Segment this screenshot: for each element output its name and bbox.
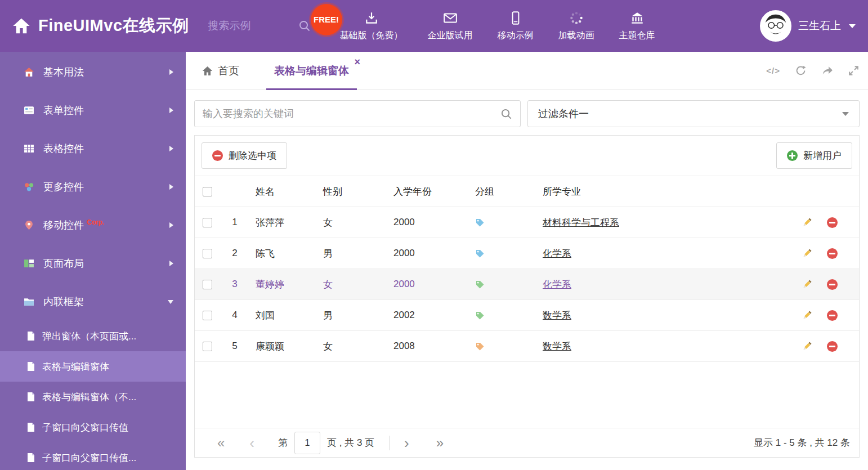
tab-bar: 首页 表格与编辑窗体 × </> — [186, 52, 868, 90]
file-icon — [27, 332, 35, 341]
app-brand[interactable]: FineUIMvc在线示例 — [12, 15, 189, 37]
cell-gender: 女 — [312, 340, 382, 353]
bank-icon — [630, 11, 645, 25]
sidebar: 基本用法 表单控件 表格控件 更多 — [0, 52, 186, 470]
first-page-icon[interactable]: « — [217, 436, 225, 450]
row-index: 5 — [221, 341, 244, 352]
prev-page-icon[interactable]: ‹ — [249, 436, 254, 450]
nav-theme-repo[interactable]: 主题仓库 — [619, 11, 655, 42]
filter-dropdown[interactable]: 过滤条件一 — [527, 100, 860, 127]
delete-selected-button[interactable]: 删除选中项 — [202, 142, 287, 169]
username: 三生石上 — [798, 19, 841, 33]
sidebar-subitem-child-to-parent-2[interactable]: 子窗口向父窗口传值... — [0, 442, 186, 470]
chevron-right-icon — [169, 184, 173, 190]
major-link[interactable]: 化学系 — [543, 279, 571, 290]
cell-name: 陈飞 — [244, 247, 312, 260]
refresh-icon[interactable] — [795, 65, 807, 77]
pagination-bar: « ‹ 第 页 , 共 3 页 › » 显示 1 - 5 条 , 共 12 条 — [195, 428, 859, 457]
major-link[interactable]: 数学系 — [543, 310, 571, 321]
delete-icon[interactable] — [827, 341, 838, 352]
row-index: 2 — [221, 248, 244, 259]
house-icon — [24, 67, 35, 77]
table-row[interactable]: 2 陈飞 男 2000 化学系 — [195, 238, 859, 269]
top-header: FineUIMvc在线示例 FREE! 基础版（免费） 企业版试用 — [0, 0, 868, 52]
source-code-icon[interactable]: </> — [766, 66, 780, 75]
table-row[interactable]: 1 张萍萍 女 2000 材料科学与工程系 — [195, 207, 859, 238]
keyword-search-input[interactable] — [203, 108, 500, 120]
edit-icon[interactable] — [802, 310, 812, 321]
sidebar-item-form-controls[interactable]: 表单控件 — [0, 91, 186, 129]
sidebar-subitem-child-to-parent[interactable]: 子窗口向父窗口传值 — [0, 412, 186, 442]
delete-icon[interactable] — [827, 217, 838, 228]
corp-badge: Corp. — [87, 218, 104, 226]
sidebar-item-page-layout[interactable]: 页面布局 — [0, 244, 186, 283]
tag-icon — [475, 342, 485, 351]
major-link[interactable]: 数学系 — [543, 341, 571, 352]
sidebar-subitem-grid-edit-window[interactable]: 表格与编辑窗体 — [0, 351, 186, 382]
column-header-year[interactable]: 入学年份 — [382, 185, 464, 198]
cell-name: 张萍萍 — [244, 216, 312, 229]
cell-name: 刘国 — [244, 309, 312, 322]
next-page-icon[interactable]: › — [404, 436, 409, 450]
major-link[interactable]: 化学系 — [543, 248, 571, 259]
filter-row: 过滤条件一 — [194, 100, 860, 127]
user-menu[interactable]: 三生石上 — [760, 10, 856, 42]
tab-home[interactable]: 首页 — [194, 52, 247, 89]
delete-icon[interactable] — [827, 310, 838, 321]
tab-grid-edit-window[interactable]: 表格与编辑窗体 × — [266, 52, 357, 89]
select-all-checkbox[interactable] — [203, 187, 212, 196]
cell-year: 2002 — [382, 310, 464, 321]
cell-gender: 女 — [312, 278, 382, 291]
share-icon[interactable] — [821, 65, 833, 77]
last-page-icon[interactable]: » — [436, 436, 444, 450]
tag-icon — [475, 218, 485, 227]
sidebar-item-more-controls[interactable]: 更多控件 — [0, 168, 186, 206]
sidebar-subitem-grid-edit-window-no[interactable]: 表格与编辑窗体（不... — [0, 382, 186, 412]
edit-icon[interactable] — [802, 341, 812, 352]
add-user-button[interactable]: 新增用户 — [776, 142, 852, 169]
edit-icon[interactable] — [802, 248, 812, 259]
row-checkbox[interactable] — [203, 249, 212, 258]
nav-enterprise-trial[interactable]: 企业版试用 — [428, 11, 473, 42]
widgets-icon — [24, 182, 35, 192]
cell-gender: 女 — [312, 216, 382, 229]
major-link[interactable]: 材料科学与工程系 — [543, 217, 619, 228]
sidebar-item-inline-frame[interactable]: 内联框架 — [0, 283, 186, 321]
table-row[interactable]: 4 刘国 男 2002 数学系 — [195, 300, 859, 331]
chevron-down-icon — [168, 300, 173, 304]
sidebar-item-mobile-controls[interactable]: 移动控件 Corp. — [0, 206, 186, 244]
download-icon — [364, 11, 379, 25]
search-icon[interactable] — [500, 108, 512, 120]
row-checkbox[interactable] — [203, 280, 212, 289]
edit-icon[interactable] — [802, 217, 812, 228]
sidebar-item-grid-controls[interactable]: 表格控件 — [0, 129, 186, 168]
nav-basic-edition[interactable]: FREE! 基础版（免费） — [340, 11, 403, 42]
row-checkbox[interactable] — [203, 311, 212, 320]
column-header-group[interactable]: 分组 — [464, 185, 531, 198]
divider — [389, 436, 390, 450]
page-number-input[interactable] — [294, 432, 320, 454]
delete-icon[interactable] — [827, 248, 838, 259]
row-checkbox[interactable] — [203, 342, 212, 351]
column-header-name[interactable]: 姓名 — [244, 185, 312, 198]
search-icon[interactable] — [298, 20, 311, 32]
expand-icon[interactable] — [848, 65, 860, 77]
column-header-major[interactable]: 所学专业 — [531, 185, 775, 198]
top-search-input[interactable] — [208, 20, 293, 32]
column-header-gender[interactable]: 性别 — [312, 185, 382, 198]
sidebar-subitem-popup-window[interactable]: 弹出窗体（本页面或... — [0, 321, 186, 351]
delete-icon[interactable] — [827, 279, 838, 290]
sidebar-item-basic-usage[interactable]: 基本用法 — [0, 53, 186, 91]
main-content: 首页 表格与编辑窗体 × </> — [186, 52, 868, 470]
table-row-selected[interactable]: 3 董婷婷 女 2000 化学系 — [195, 269, 859, 300]
chevron-right-icon — [169, 69, 173, 75]
edit-icon[interactable] — [802, 279, 812, 290]
tab-close-icon[interactable]: × — [354, 57, 360, 67]
avatar — [760, 10, 791, 42]
row-checkbox[interactable] — [203, 218, 212, 227]
file-icon — [27, 362, 35, 371]
nav-loading-animation[interactable]: 加载动画 — [558, 11, 594, 42]
nav-mobile-demo[interactable]: 移动示例 — [498, 11, 534, 42]
table-row[interactable]: 5 康颖颖 女 2008 数学系 — [195, 331, 859, 362]
chevron-right-icon — [169, 261, 173, 266]
